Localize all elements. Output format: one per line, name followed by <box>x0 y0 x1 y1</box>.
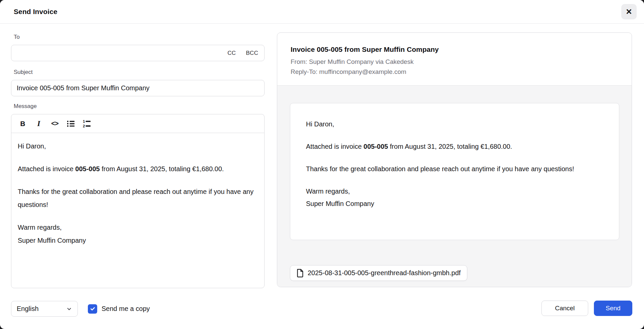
attachment-chip[interactable]: 2025-08-31-005-005-greenthread-fashion-g… <box>290 265 467 281</box>
code-icon: <> <box>51 120 58 127</box>
footer-actions: Cancel Send <box>541 301 632 316</box>
dialog-title: Send Invoice <box>14 8 57 16</box>
ordered-list-button[interactable]: 1 2 <box>80 117 94 130</box>
svg-text:1: 1 <box>83 119 85 123</box>
message-label: Message <box>14 103 265 110</box>
italic-icon: I <box>37 119 40 128</box>
file-icon <box>297 269 304 278</box>
invoice-number: 005-005 <box>75 165 100 173</box>
email-preview-panel: Invoice 005-005 from Super Muffin Compan… <box>277 32 632 287</box>
invoice-number: 005-005 <box>363 143 388 150</box>
send-me-a-copy-option: Send me a copy <box>88 304 150 314</box>
close-button[interactable]: ✕ <box>621 4 637 19</box>
bullet-list-icon <box>66 119 75 128</box>
preview-signature-block: Warm regards,Super Muffin Company <box>306 185 603 210</box>
check-icon <box>90 306 96 312</box>
preview-subject: Invoice 005-005 from Super Muffin Compan… <box>291 45 618 54</box>
code-button[interactable]: <> <box>48 117 61 130</box>
message-greeting: Hi Daron, <box>18 140 258 153</box>
close-icon: ✕ <box>626 8 632 16</box>
dialog-header: Send Invoice ✕ <box>0 0 644 24</box>
send-button[interactable]: Send <box>594 301 632 316</box>
preview-attached-line: Attached is invoice 005-005 from August … <box>306 140 603 153</box>
ordered-list-icon: 1 2 <box>83 119 91 128</box>
language-select[interactable]: English <box>11 301 78 317</box>
message-body-input[interactable]: Hi Daron, Attached is invoice 005-005 fr… <box>11 133 264 288</box>
bold-icon: B <box>20 120 25 128</box>
bullet-list-button[interactable] <box>64 117 77 130</box>
italic-button[interactable]: I <box>32 117 45 130</box>
subject-label: Subject <box>14 69 265 76</box>
preview-reply-to-line: Reply-To: muffincompany@example.com <box>291 67 618 77</box>
footer-left: English Send me a copy <box>11 301 150 317</box>
bold-button[interactable]: B <box>16 117 29 130</box>
preview-thanks-line: Thanks for the great collaboration and p… <box>306 163 603 175</box>
preview-email-body: Hi Daron, Attached is invoice 005-005 fr… <box>277 85 632 287</box>
to-input[interactable] <box>17 49 227 57</box>
cc-button[interactable]: CC <box>227 48 236 58</box>
preview-header: Invoice 005-005 from Super Muffin Compan… <box>277 33 632 85</box>
message-signature-block: Warm regards,Super Muffin Company <box>18 221 258 247</box>
preview-greeting: Hi Daron, <box>306 118 603 130</box>
attachment-filename: 2025-08-31-005-005-greenthread-fashion-g… <box>308 269 461 277</box>
subject-input[interactable] <box>11 80 265 96</box>
svg-text:2: 2 <box>83 124 85 128</box>
message-attached-line: Attached is invoice 005-005 from August … <box>18 162 258 176</box>
to-field-wrapper: CC BCC <box>11 45 265 61</box>
send-copy-label: Send me a copy <box>102 305 150 313</box>
preview-from-line: From: Super Muffin Company via Cakedesk <box>291 57 618 67</box>
message-editor: B I <> <box>11 114 265 288</box>
send-copy-checkbox[interactable] <box>88 304 97 314</box>
message-thanks-line: Thanks for the great collaboration and p… <box>18 185 258 211</box>
cancel-button[interactable]: Cancel <box>541 301 588 316</box>
editor-toolbar: B I <> <box>11 114 264 133</box>
send-invoice-dialog: Send Invoice ✕ To CC BCC Subject Message… <box>0 0 644 329</box>
language-selected-value: English <box>17 305 39 313</box>
bcc-button[interactable]: BCC <box>245 48 259 58</box>
preview-message-card: Hi Daron, Attached is invoice 005-005 fr… <box>290 103 619 240</box>
compose-form: To CC BCC Subject Message B I <> <box>11 34 265 288</box>
chevron-down-icon <box>66 306 72 312</box>
to-label: To <box>14 34 265 40</box>
